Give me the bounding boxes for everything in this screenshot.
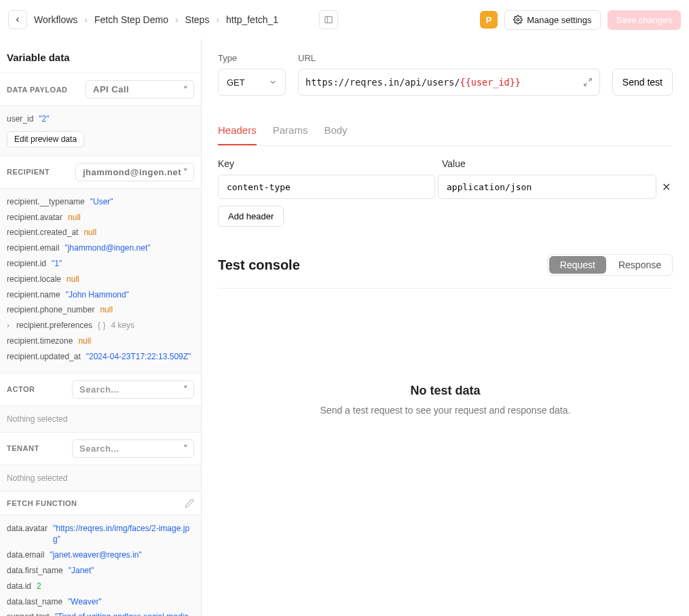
variable-row[interactable]: recipient.localenull [7, 272, 194, 287]
variable-row[interactable]: data.first_name"Janet" [7, 563, 194, 579]
crumb-demo[interactable]: Fetch Step Demo [94, 14, 168, 25]
actor-search[interactable]: Search... ˅ [72, 380, 194, 399]
chevron-down-icon: ˅ [183, 384, 189, 395]
url-value: https://reqres.in/api/users/{{user_id}} [305, 77, 578, 88]
variable-key: recipient.timezone [7, 336, 73, 347]
variable-key: support.text [7, 611, 50, 616]
headers-columns: Key Value [218, 158, 673, 169]
variable-row[interactable]: recipient.id"1" [7, 256, 194, 272]
variable-key: user_id [7, 113, 33, 125]
variable-value: null [67, 274, 79, 285]
variable-row[interactable]: recipient.name"John Hammond" [7, 287, 194, 303]
variable-row[interactable]: recipient.avatarnull [7, 210, 194, 225]
header-key-input[interactable] [218, 175, 435, 199]
variable-key: data.id [7, 581, 31, 592]
svg-line-3 [589, 79, 591, 81]
fetch-function-block: data.avatar"https://reqres.in/img/faces/… [0, 515, 201, 616]
breadcrumbs: Workflows › Fetch Step Demo › Steps › ht… [34, 14, 278, 25]
variable-key: recipient.avatar [7, 212, 62, 223]
pencil-icon[interactable] [185, 499, 194, 508]
recipient-block: recipient.__typename"User"recipient.avat… [0, 189, 201, 374]
send-test-button[interactable]: Send test [612, 69, 673, 96]
variable-value: "Janet" [69, 565, 94, 577]
variable-row[interactable]: data.email"janet.weaver@reqres.in" [7, 547, 194, 563]
header-value-input[interactable] [438, 175, 656, 199]
variable-row[interactable]: recipient.phone_numbernull [7, 302, 194, 318]
tab-headers[interactable]: Headers [218, 117, 257, 145]
variable-key: recipient.__typename [7, 196, 85, 208]
chevron-right-icon: › [216, 14, 219, 25]
empty-subtitle: Send a test request to see your request … [218, 405, 673, 416]
variable-value: null [68, 212, 81, 223]
actor-empty: Nothing selected [0, 406, 201, 433]
chevron-down-icon [269, 78, 277, 86]
variable-row[interactable]: recipient.created_atnull [7, 225, 194, 240]
url-input[interactable]: https://reqres.in/api/users/{{user_id}} [298, 69, 600, 96]
topbar: Workflows › Fetch Step Demo › Steps › ht… [0, 0, 689, 39]
section-label: DATA PAYLOAD [7, 86, 68, 94]
request-tabs: Headers Params Body [218, 117, 673, 146]
variable-key: recipient.created_at [7, 227, 78, 238]
section-fetch-function: FETCH FUNCTION [0, 492, 201, 515]
variable-value: 2 [37, 581, 41, 592]
data-payload-value: API Call [93, 84, 129, 94]
section-label: ACTOR [7, 385, 35, 393]
tab-body[interactable]: Body [324, 117, 347, 145]
variable-key: recipient.locale [7, 274, 61, 285]
sidebar-title: Variable data [0, 39, 201, 73]
chevron-right-icon: › [84, 14, 88, 25]
crumb-steps[interactable]: Steps [185, 14, 210, 25]
data-payload-select[interactable]: API Call ˅ [86, 80, 194, 98]
recipient-select[interactable]: jhammond@ingen.net ˅ [75, 163, 194, 181]
expand-icon[interactable] [583, 77, 593, 87]
tab-params[interactable]: Params [273, 117, 308, 145]
edit-preview-data-button[interactable]: Edit preview data [7, 131, 84, 147]
variable-value: "janet.weaver@reqres.in" [50, 549, 141, 561]
segment-response[interactable]: Response [608, 255, 672, 275]
variable-row[interactable]: support.text"Tired of writing endless so… [7, 609, 194, 616]
remove-header-button[interactable]: ✕ [659, 181, 673, 194]
section-data-payload: DATA PAYLOAD API Call ˅ [0, 73, 201, 106]
variable-row[interactable]: recipient.timezonenull [7, 333, 194, 349]
http-method-select[interactable]: GET [218, 69, 286, 96]
back-button[interactable] [8, 10, 27, 29]
crumb-workflows[interactable]: Workflows [34, 14, 77, 25]
chevron-down-icon: ˅ [183, 167, 189, 177]
variable-key: data.email [7, 549, 44, 561]
variable-value: "2" [39, 113, 49, 125]
variable-value: "jhammond@ingen.net" [64, 242, 150, 254]
divider [218, 288, 673, 289]
panel-toggle-button[interactable] [319, 10, 338, 29]
variable-row[interactable]: data.last_name"Weaver" [7, 594, 194, 610]
chevron-right-icon: › [7, 320, 10, 331]
section-actor: ACTOR Search... ˅ [0, 374, 201, 406]
variable-row[interactable]: recipient.__typename"User" [7, 194, 194, 210]
actor-placeholder: Search... [79, 384, 119, 395]
variable-key: recipient.updated_at [7, 351, 81, 363]
variable-key: recipient.id [7, 258, 46, 270]
variable-row[interactable]: recipient.email"jhammond@ingen.net" [7, 240, 194, 256]
variable-value: "John Hammond" [66, 289, 129, 301]
manage-settings-button[interactable]: Manage settings [504, 10, 600, 30]
tenant-search[interactable]: Search... ˅ [72, 439, 194, 458]
environment-badge[interactable]: P [480, 11, 498, 29]
segment-request[interactable]: Request [549, 256, 606, 274]
url-label: URL [298, 53, 600, 63]
tenant-placeholder: Search... [79, 443, 119, 454]
content: Type GET URL https://reqres.in/api/users… [202, 39, 689, 616]
variable-row[interactable]: user_id"2" [7, 111, 194, 127]
variable-row[interactable]: recipient.updated_at"2024-04-23T17:22:13… [7, 349, 194, 365]
variable-row[interactable]: ›recipient.preferences{ }4 keys [7, 318, 194, 333]
http-method-value: GET [227, 77, 245, 88]
add-header-button[interactable]: Add header [218, 206, 284, 227]
value-column-label: Value [442, 158, 466, 169]
save-changes-button[interactable]: Save changes [608, 10, 681, 30]
type-field: Type GET [218, 53, 286, 96]
variable-row[interactable]: data.avatar"https://reqres.in/img/faces/… [7, 521, 194, 548]
section-tenant: TENANT Search... ˅ [0, 433, 201, 465]
sidebar: Variable data DATA PAYLOAD API Call ˅ us… [0, 39, 202, 616]
svg-line-4 [584, 83, 587, 86]
variable-value: null [78, 336, 91, 347]
variable-row[interactable]: data.id2 [7, 579, 194, 594]
variable-value: "Weaver" [68, 596, 102, 608]
